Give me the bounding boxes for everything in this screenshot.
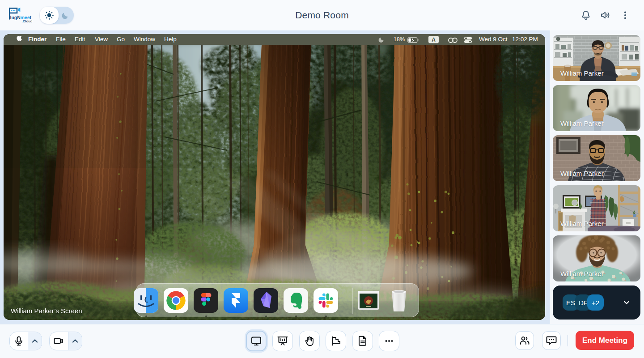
- svg-text:A: A: [432, 37, 436, 43]
